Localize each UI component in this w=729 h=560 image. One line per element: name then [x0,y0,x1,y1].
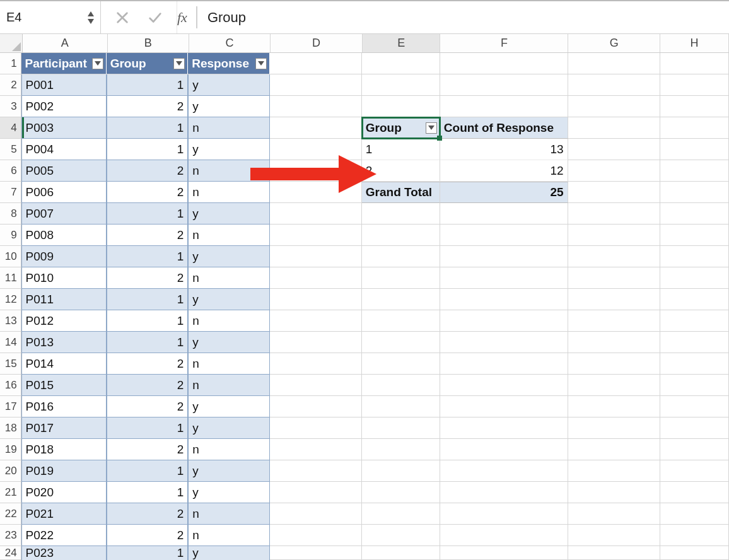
fx-label[interactable]: fx [177,6,197,29]
cell-group[interactable]: 1 [107,332,189,353]
cell-blank[interactable] [270,117,362,139]
row-header-15[interactable]: 15 [0,353,21,375]
cell-blank[interactable] [362,417,440,439]
cell-blank[interactable] [440,417,568,439]
cell-blank[interactable] [660,267,729,289]
cell-blank[interactable] [660,182,729,203]
cell-blank[interactable] [270,310,362,332]
cell-response[interactable]: n [188,267,270,289]
cell-group[interactable]: 2 [107,96,189,117]
cell-blank[interactable] [362,439,440,460]
cell-blank[interactable] [270,203,362,225]
cell-response[interactable]: y [188,417,270,439]
cell-blank[interactable] [660,74,729,96]
cell-blank[interactable] [440,353,568,375]
cell-blank[interactable] [568,203,660,225]
column-header-D[interactable]: D [271,34,363,52]
cell-blank[interactable] [270,482,362,503]
cell-participant[interactable]: P021 [21,503,107,525]
cell-blank[interactable] [440,332,568,353]
cell-blank[interactable] [660,546,729,560]
cell-blank[interactable] [270,525,362,546]
cell-group[interactable]: 2 [107,503,189,525]
cell-blank[interactable] [568,225,660,246]
cell-participant[interactable]: P017 [21,417,107,439]
row-header-11[interactable]: 11 [0,267,21,289]
row-header-19[interactable]: 19 [0,439,21,460]
cell-blank[interactable] [362,460,440,482]
pivot-row-label[interactable]: 1 [362,139,440,160]
cell-blank[interactable] [440,439,568,460]
cell-response[interactable]: y [188,482,270,503]
cell-participant[interactable]: P005 [21,160,107,182]
column-header-B[interactable]: B [108,34,189,52]
enter-icon[interactable] [148,10,163,25]
cell-group[interactable]: 1 [107,74,189,96]
cell-response[interactable]: n [188,525,270,546]
cell-blank[interactable] [270,460,362,482]
cell-response[interactable]: y [188,139,270,160]
cell-blank[interactable] [568,160,660,182]
filter-group[interactable] [173,58,185,69]
cell-group[interactable]: 2 [107,160,189,182]
cell-blank[interactable] [270,160,362,182]
cell-blank[interactable] [362,267,440,289]
cell-blank[interactable] [660,289,729,310]
pivot-grand-total-value[interactable]: 25 [440,182,568,203]
cell-blank[interactable] [660,160,729,182]
cell-blank[interactable] [440,289,568,310]
row-header-12[interactable]: 12 [0,289,21,310]
cell-group[interactable]: 1 [107,417,189,439]
cell-blank[interactable] [362,525,440,546]
cell-blank[interactable] [568,546,660,560]
cell-blank[interactable] [362,396,440,417]
cell-response[interactable]: n [188,117,270,139]
cell-blank[interactable] [660,417,729,439]
row-header-3[interactable]: 3 [0,96,21,117]
cell-blank[interactable] [660,53,729,74]
cell-group[interactable]: 2 [107,225,189,246]
cell-blank[interactable] [660,117,729,139]
cell-group[interactable]: 1 [107,289,189,310]
cell-blank[interactable] [362,503,440,525]
cell-blank[interactable] [362,289,440,310]
column-header-F[interactable]: F [440,34,568,52]
cell-participant[interactable]: P009 [21,246,107,267]
cell-blank[interactable] [660,503,729,525]
cell-blank[interactable] [660,375,729,396]
row-header-23[interactable]: 23 [0,525,21,546]
row-header-21[interactable]: 21 [0,482,21,503]
cell-blank[interactable] [660,482,729,503]
table-header-participant[interactable]: Participant [21,53,107,74]
name-box[interactable]: E4 [6,10,85,25]
cell-blank[interactable] [270,246,362,267]
cell-participant[interactable]: P008 [21,225,107,246]
cell-response[interactable]: n [188,182,270,203]
cell-blank[interactable] [362,203,440,225]
row-header-6[interactable]: 6 [0,160,21,182]
cell-blank[interactable] [270,96,362,117]
column-header-C[interactable]: C [189,34,271,52]
cell-blank[interactable] [362,246,440,267]
cell-group[interactable]: 1 [107,203,189,225]
cell-participant[interactable]: P023 [21,546,107,560]
cell-blank[interactable] [270,182,362,203]
row-header-7[interactable]: 7 [0,182,21,203]
cell-response[interactable]: y [188,203,270,225]
cell-blank[interactable] [568,417,660,439]
cell-blank[interactable] [440,225,568,246]
row-header-17[interactable]: 17 [0,396,21,417]
cell-blank[interactable] [660,396,729,417]
cell-blank[interactable] [270,503,362,525]
cell-participant[interactable]: P007 [21,203,107,225]
cell-blank[interactable] [270,439,362,460]
cell-blank[interactable] [660,203,729,225]
cell-blank[interactable] [440,460,568,482]
pivot-row-label[interactable]: 2 [362,160,440,182]
cell-blank[interactable] [362,332,440,353]
row-header-22[interactable]: 22 [0,503,21,525]
cell-blank[interactable] [440,396,568,417]
cell-participant[interactable]: P003 [21,117,107,139]
cell-blank[interactable] [270,225,362,246]
cell-blank[interactable] [568,246,660,267]
